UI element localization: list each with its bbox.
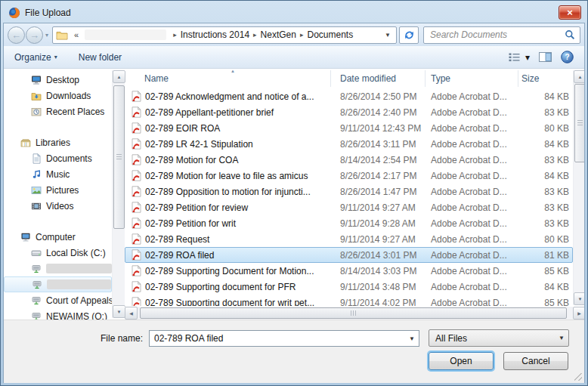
dialog-client-area: ← → ▾ « ▸Instructions 2014▸NextGen▸Docum… bbox=[3, 23, 585, 383]
breadcrumb[interactable]: « ▸Instructions 2014▸NextGen▸Documents ▼ bbox=[52, 26, 397, 44]
command-toolbar: Organize ▾ New folder ▾ bbox=[4, 46, 584, 69]
file-name-text: 02-789 Petition for review bbox=[145, 202, 248, 213]
file-row[interactable]: 02-789 ROA filed8/26/2014 3:01 PMAdobe A… bbox=[125, 247, 573, 263]
sidebar-item-recent-places[interactable]: Recent Places bbox=[4, 103, 112, 119]
search-box[interactable] bbox=[423, 26, 580, 44]
scroll-right-button[interactable]: ▶ bbox=[573, 307, 584, 320]
sidebar-item-videos[interactable]: Videos bbox=[4, 198, 112, 214]
new-folder-button[interactable]: New folder bbox=[79, 52, 122, 63]
firefox-icon bbox=[8, 7, 20, 19]
views-dropdown-icon[interactable]: ▾ bbox=[525, 52, 530, 63]
scrollbar-thumb[interactable] bbox=[113, 85, 125, 229]
redacted-breadcrumb-segment bbox=[85, 29, 166, 40]
open-button[interactable]: Open bbox=[429, 352, 494, 370]
sidebar-item-pictures[interactable]: Pictures bbox=[4, 182, 112, 198]
file-list-horizontal-scrollbar[interactable]: ◀ ▶ bbox=[125, 307, 584, 320]
file-type-cell: Adobe Acrobat D... bbox=[426, 139, 518, 150]
sidebar-item-music[interactable]: Music bbox=[4, 166, 112, 182]
cancel-button[interactable]: Cancel bbox=[503, 352, 568, 370]
sidebar-item-documents[interactable]: Documents bbox=[4, 150, 112, 166]
preview-pane-button[interactable] bbox=[539, 52, 552, 62]
file-row[interactable]: 02-789 Petition for writ9/11/2014 9:28 A… bbox=[125, 215, 573, 231]
sidebar-item-local-disk-c[interactable]: Local Disk (C:) bbox=[4, 245, 112, 261]
breadcrumb-segment[interactable]: NextGen bbox=[261, 29, 296, 40]
resize-grip-icon[interactable] bbox=[574, 373, 582, 381]
scrollbar-thumb[interactable] bbox=[140, 307, 567, 319]
file-name-text: 02-789 Opposition to motion for injuncti… bbox=[145, 187, 311, 197]
column-header-type[interactable]: Type bbox=[425, 70, 518, 87]
file-rows: 02-789 Acknowledgment and notice of a...… bbox=[125, 88, 573, 306]
sidebar-item-redacted-drive[interactable] bbox=[4, 276, 112, 292]
column-header-size[interactable]: Size bbox=[518, 70, 573, 87]
file-row[interactable]: 02-789 Opposition to motion for injuncti… bbox=[125, 184, 573, 199]
sidebar-item-libraries[interactable]: Libraries bbox=[4, 134, 112, 150]
file-row[interactable]: 02-789 Request9/11/2014 9:27 AMAdobe Acr… bbox=[125, 231, 573, 247]
file-row[interactable]: 02-789 EOIR ROA9/11/2014 12:43 PMAdobe A… bbox=[125, 120, 573, 136]
column-header-name[interactable]: Name bbox=[125, 70, 330, 87]
column-header-date-modified[interactable]: Date modified bbox=[330, 70, 425, 87]
file-name-text: 02-789 Petition for writ bbox=[145, 218, 236, 229]
sidebar-item-label: Recent Places bbox=[46, 107, 104, 117]
sidebar-scrollbar[interactable]: ▲ ▼ bbox=[112, 70, 125, 318]
file-type-cell: Adobe Acrobat D... bbox=[426, 171, 518, 181]
forward-icon: → bbox=[29, 29, 39, 41]
scroll-left-button[interactable]: ◀ bbox=[125, 307, 138, 320]
back-button[interactable]: ← bbox=[8, 26, 25, 44]
search-input[interactable] bbox=[429, 29, 565, 41]
forward-button[interactable]: → bbox=[26, 26, 43, 44]
toolbar-right-group: ▾ ? bbox=[509, 51, 574, 63]
scroll-down-icon: ▼ bbox=[578, 297, 583, 301]
file-row[interactable]: 02-789 Petition for review9/11/2014 9:27… bbox=[125, 199, 573, 215]
views-button[interactable]: ▾ bbox=[509, 52, 530, 63]
breadcrumb-segment[interactable]: Documents bbox=[307, 29, 353, 40]
file-row[interactable]: 02-789 Motion for leave to file as amicu… bbox=[125, 168, 573, 184]
file-row[interactable]: 02-789 Supporting document for PFR9/11/2… bbox=[125, 279, 573, 295]
file-name-combobox[interactable]: ▼ bbox=[149, 330, 419, 347]
file-name-input[interactable] bbox=[150, 332, 405, 344]
scroll-down-button[interactable]: ▼ bbox=[113, 305, 125, 318]
recent-pages-dropdown[interactable]: ▾ bbox=[45, 32, 48, 39]
scroll-up-button[interactable]: ▲ bbox=[574, 70, 584, 83]
refresh-button[interactable] bbox=[399, 26, 419, 44]
file-row[interactable]: 02-789 Supporting Document for Motion...… bbox=[125, 263, 573, 279]
file-name-dropdown-icon[interactable]: ▼ bbox=[405, 335, 419, 342]
file-row[interactable]: 02-789 LR 42-1 Stipulation8/26/2014 3:11… bbox=[125, 136, 573, 152]
file-size-cell: 81 KB bbox=[518, 250, 573, 261]
close-button[interactable]: × bbox=[559, 5, 581, 20]
file-row[interactable]: 02-789 Acknowledgment and notice of a...… bbox=[125, 88, 573, 104]
file-date-cell: 8/26/2014 3:01 PM bbox=[331, 250, 426, 261]
breadcrumb-overflow-chevron[interactable]: « bbox=[74, 30, 79, 39]
scroll-down-button[interactable]: ▼ bbox=[574, 292, 584, 305]
scroll-up-icon: ▲ bbox=[578, 75, 583, 79]
sidebar-item-computer[interactable]: Computer bbox=[4, 229, 112, 245]
search-icon[interactable] bbox=[565, 29, 575, 40]
scroll-up-button[interactable]: ▲ bbox=[113, 70, 125, 83]
title-bar[interactable]: File Upload × bbox=[3, 3, 585, 23]
sidebar-item-downloads[interactable]: Downloads bbox=[4, 88, 112, 103]
pdf-file-icon bbox=[132, 233, 141, 245]
file-row[interactable]: 02-789 Appellant-petitioner brief8/26/20… bbox=[125, 104, 573, 120]
sidebar-item-desktop[interactable]: Desktop bbox=[4, 72, 112, 88]
file-name-cell: 02-789 Motion for COA bbox=[125, 154, 331, 165]
pdf-file-icon bbox=[132, 218, 141, 229]
address-dropdown-icon[interactable]: ▼ bbox=[382, 32, 393, 39]
file-row[interactable]: 02-789 Supporting document for writ pet.… bbox=[125, 295, 573, 306]
desktop-icon bbox=[31, 75, 42, 85]
file-list-vertical-scrollbar[interactable]: ▲ ▼ bbox=[573, 70, 584, 305]
file-row[interactable]: 02-789 Motion for COA8/14/2014 2:54 PMAd… bbox=[125, 152, 573, 168]
breadcrumb-separator-icon: ▸ bbox=[296, 31, 308, 39]
help-button[interactable]: ? bbox=[561, 51, 574, 63]
file-size-cell: 83 KB bbox=[518, 202, 573, 213]
scrollbar-thumb[interactable] bbox=[574, 84, 584, 162]
sidebar-item-court-of-appeals[interactable]: Court of Appeals bbox=[4, 292, 112, 308]
organize-menu-button[interactable]: Organize ▾ bbox=[14, 52, 57, 63]
pdf-file-icon bbox=[132, 91, 141, 102]
file-size-cell: 83 KB bbox=[518, 218, 573, 229]
file-type-select[interactable]: All Files ▼ bbox=[429, 329, 569, 347]
column-headers: ▲ Name Date modified Type Size bbox=[125, 70, 573, 87]
scroll-down-icon: ▼ bbox=[117, 310, 122, 314]
file-size-cell: 80 KB bbox=[518, 234, 573, 245]
sidebar-item-redacted-drive[interactable] bbox=[4, 261, 112, 276]
sidebar-item-newaims-q[interactable]: NEWAIMS (Q:) bbox=[4, 308, 112, 320]
breadcrumb-segment[interactable]: Instructions 2014 bbox=[181, 29, 249, 40]
